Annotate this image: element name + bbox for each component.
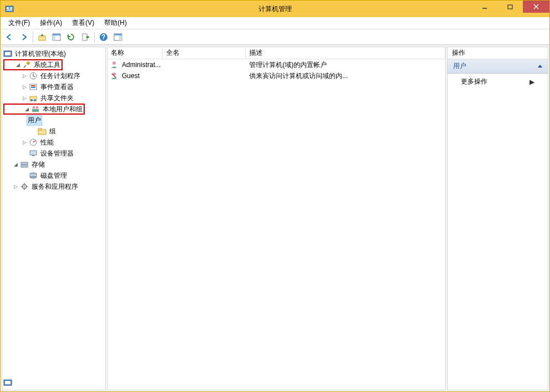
tree-system-tools[interactable]: ◢ 系统工具: [3, 59, 63, 70]
event-icon: [29, 82, 38, 91]
tree-root[interactable]: 计算机管理(本地): [2, 48, 105, 59]
tree-shared-folders[interactable]: ▷ 共享文件夹: [2, 92, 105, 104]
app-icon: [5, 4, 14, 13]
tree-disk-management[interactable]: 磁盘管理: [2, 170, 105, 181]
services-icon: [20, 182, 29, 191]
svg-rect-2: [10, 7, 12, 9]
svg-point-27: [34, 99, 36, 101]
user-description: 供来宾访问计算机或访问域的内...: [246, 71, 445, 81]
svg-rect-23: [31, 85, 35, 86]
actions-section-label: 用户: [453, 61, 466, 71]
shared-folder-icon: [29, 94, 38, 102]
tree-event-viewer[interactable]: ▷ 事件查看器: [2, 81, 105, 92]
minimize-button[interactable]: [472, 1, 497, 13]
tree-pane: 计算机管理(本地) ◢ 系统工具 ▷ 任务计划程序 ▷ 事件查看器 ▷ 共享文件: [2, 47, 106, 390]
svg-rect-16: [114, 34, 122, 35]
actions-more-label: 更多操作: [461, 77, 487, 86]
window-title: 计算机管理: [259, 4, 292, 14]
svg-rect-34: [38, 128, 42, 130]
tree-users[interactable]: 用户: [2, 115, 105, 126]
forward-button[interactable]: [17, 30, 30, 44]
clock-icon: [29, 71, 38, 80]
expand-icon[interactable]: ▷: [21, 95, 28, 101]
menu-file[interactable]: 文件(F): [4, 17, 34, 29]
tree-storage-label: 存储: [30, 160, 46, 169]
titlebar: 计算机管理: [1, 1, 549, 17]
refresh-button[interactable]: [64, 30, 78, 44]
expand-icon[interactable]: ▷: [21, 73, 28, 79]
expand-icon[interactable]: ▷: [21, 139, 28, 146]
collapse-icon[interactable]: ◢: [14, 61, 21, 68]
performance-icon: [29, 138, 38, 147]
tree-local-users-groups[interactable]: ◢ 本地用户和组: [3, 104, 85, 115]
column-name[interactable]: 名称: [107, 47, 163, 59]
back-button[interactable]: [3, 30, 16, 44]
svg-rect-8: [39, 36, 45, 40]
column-fullname[interactable]: 全名: [163, 47, 246, 59]
toolbar-separator: [33, 32, 33, 43]
menu-help[interactable]: 帮助(H): [100, 17, 131, 29]
tree-disk-management-label: 磁盘管理: [39, 171, 68, 180]
spacer: [30, 128, 37, 135]
menu-action[interactable]: 操作(A): [35, 17, 66, 29]
statusbar-app-icon: [3, 378, 12, 389]
list-rows: Administrat... 管理计算机(域)的内置帐户 Guest 供来宾访问…: [107, 59, 445, 390]
expand-icon[interactable]: ▷: [12, 183, 19, 190]
tree-local-users-groups-label: 本地用户和组: [42, 105, 84, 114]
actions-header: 操作: [448, 47, 548, 59]
svg-text:?: ?: [101, 33, 105, 41]
column-description[interactable]: 描述: [246, 47, 445, 59]
chevron-right-icon: ▶: [530, 78, 534, 86]
main-pane: 名称 全名 描述 Administrat... 管理计算机(域)的内置帐户 Gu…: [107, 47, 446, 390]
export-button[interactable]: [79, 30, 92, 44]
actions-pane: 操作 用户 更多操作 ▶: [447, 47, 548, 390]
svg-rect-30: [32, 109, 39, 112]
tree-system-tools-label: 系统工具: [33, 60, 61, 70]
tree-device-manager[interactable]: 设备管理器: [2, 148, 105, 159]
chevron-up-icon: [538, 65, 542, 68]
tree-storage[interactable]: ◢ 存储: [2, 159, 105, 170]
tree-performance[interactable]: ▷ 性能: [2, 137, 105, 148]
list-row[interactable]: Administrat... 管理计算机(域)的内置帐户: [107, 59, 445, 70]
tree-services-apps[interactable]: ▷ 服务和应用程序: [2, 181, 105, 192]
properties-button[interactable]: [111, 30, 125, 44]
menu-view[interactable]: 查看(V): [68, 17, 99, 29]
device-manager-icon: [29, 149, 38, 158]
svg-rect-19: [5, 52, 11, 55]
tree-shared-folders-label: 共享文件夹: [39, 94, 75, 103]
help-button[interactable]: ?: [97, 30, 110, 44]
folder-icon: [38, 127, 47, 136]
collapse-icon[interactable]: ◢: [23, 106, 30, 112]
tree-services-apps-label: 服务和应用程序: [30, 182, 79, 192]
storage-icon: [20, 160, 29, 169]
svg-rect-10: [53, 34, 60, 35]
maximize-button[interactable]: [497, 1, 523, 13]
actions-more[interactable]: 更多操作 ▶: [448, 74, 548, 90]
menubar: 文件(F) 操作(A) 查看(V) 帮助(H): [1, 17, 549, 29]
column-headers: 名称 全名 描述: [107, 47, 445, 59]
user-description: 管理计算机(域)的内置帐户: [246, 60, 445, 70]
close-button[interactable]: [523, 1, 549, 13]
user-icon: [110, 71, 119, 80]
tree-groups[interactable]: 组: [2, 126, 105, 137]
actions-section-users[interactable]: 用户: [448, 59, 548, 74]
svg-rect-38: [21, 162, 28, 164]
svg-point-28: [33, 106, 35, 109]
tree-users-label: 用户: [27, 115, 42, 126]
collapse-icon[interactable]: ◢: [12, 161, 19, 168]
show-hide-tree-button[interactable]: [50, 30, 63, 44]
tree-task-scheduler-label: 任务计划程序: [39, 71, 81, 81]
tree-task-scheduler[interactable]: ▷ 任务计划程序: [2, 70, 105, 81]
tree-event-viewer-label: 事件查看器: [39, 82, 75, 92]
up-button[interactable]: [35, 30, 49, 44]
svg-rect-37: [32, 155, 34, 156]
svg-rect-39: [21, 165, 28, 167]
expand-icon[interactable]: ▷: [21, 84, 28, 90]
spacer: [21, 150, 28, 157]
svg-rect-1: [7, 7, 9, 9]
toolbar-separator: [94, 32, 95, 43]
list-row[interactable]: Guest 供来宾访问计算机或访问域的内...: [107, 70, 445, 81]
user-name: Administrat...: [122, 61, 161, 69]
users-groups-icon: [31, 105, 40, 114]
tree-root-label: 计算机管理(本地): [14, 49, 67, 59]
